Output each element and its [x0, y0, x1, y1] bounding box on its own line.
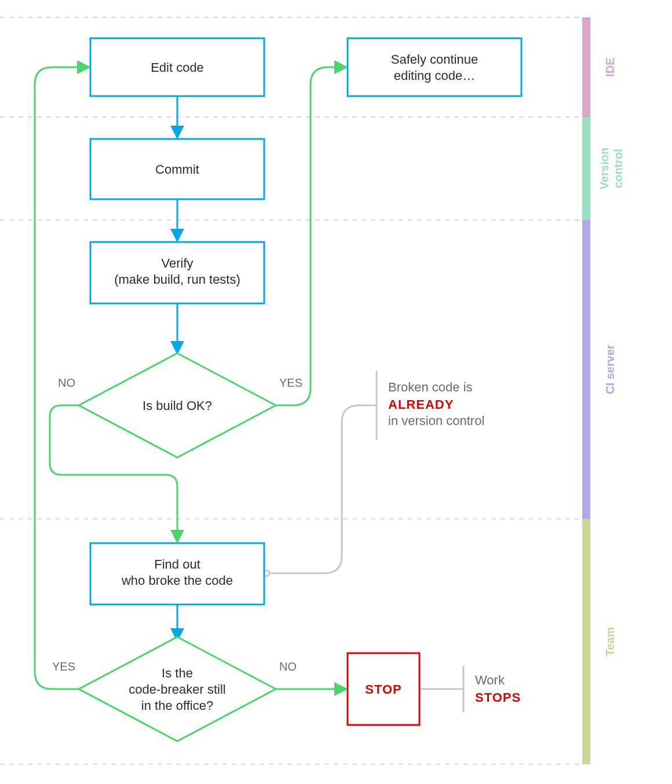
lane-separators [0, 17, 582, 764]
node-stop: STOP [348, 653, 419, 725]
node-edit-code-label: Edit code [151, 60, 204, 75]
svg-rect-15 [348, 38, 521, 96]
lane-ide-label: IDE [604, 57, 616, 76]
edge-label-inoffice-yes: YES [52, 660, 75, 673]
node-decision-build-ok: Is build OK? [79, 353, 276, 457]
annotation-broken-word: ALREADY [388, 397, 454, 412]
annotation-broken-line1: Broken code is [388, 380, 473, 394]
node-edit-code: Edit code [90, 38, 264, 96]
lane-team: Team [582, 519, 616, 764]
edge-label-buildok-yes: YES [279, 376, 302, 389]
node-decision-inoffice-line2: code-breaker still [129, 682, 226, 697]
annotation-stops: STOPS [475, 690, 521, 705]
svg-rect-5 [582, 17, 590, 117]
annotation-broken-code: Broken code is ALREADY in version contro… [388, 380, 484, 428]
annotation-broken-line3: in version control [388, 413, 484, 428]
lane-vcs-label-1: Version [598, 148, 611, 189]
node-verify-line2: (make build, run tests) [114, 272, 240, 287]
node-stop-label: STOP [365, 682, 402, 697]
node-decision-build-ok-label: Is build OK? [143, 398, 212, 413]
node-decision-inoffice-line3: in the office? [141, 698, 213, 713]
node-decision-inoffice-line1: Is the [162, 666, 193, 680]
lane-ci: CI server [582, 220, 616, 519]
annotation-work-stops: Work STOPS [475, 673, 521, 705]
annotation-work: Work [475, 673, 505, 687]
node-verify: Verify (make build, run tests) [90, 242, 264, 303]
node-safely-continue: Safely continue editing code… [348, 38, 521, 96]
svg-rect-6 [582, 117, 590, 220]
lane-vcs-label-2: control [612, 149, 624, 188]
lane-vcs: Version control [582, 117, 624, 220]
node-find-out-line1: Find out [154, 557, 200, 571]
edge-label-inoffice-no: NO [279, 660, 297, 673]
svg-rect-7 [582, 220, 590, 519]
lane-ci-label: CI server [604, 345, 616, 394]
lane-team-label: Team [604, 627, 616, 657]
node-decision-in-office: Is the code-breaker still in the office? [79, 637, 276, 741]
node-find-out-line2: who broke the code [121, 573, 233, 588]
node-commit: Commit [90, 139, 264, 199]
node-commit-label: Commit [155, 162, 199, 177]
svg-rect-8 [582, 519, 590, 764]
edge-label-buildok-no: NO [58, 376, 75, 389]
node-find-out: Find out who broke the code [90, 543, 264, 605]
callout-broken-code [264, 371, 377, 576]
node-safely-line1: Safely continue [391, 52, 478, 67]
arrow-buildok-yes [276, 67, 345, 405]
node-safely-line2: editing code… [394, 68, 476, 83]
lane-ide: IDE [582, 17, 616, 117]
node-verify-line1: Verify [161, 256, 193, 270]
